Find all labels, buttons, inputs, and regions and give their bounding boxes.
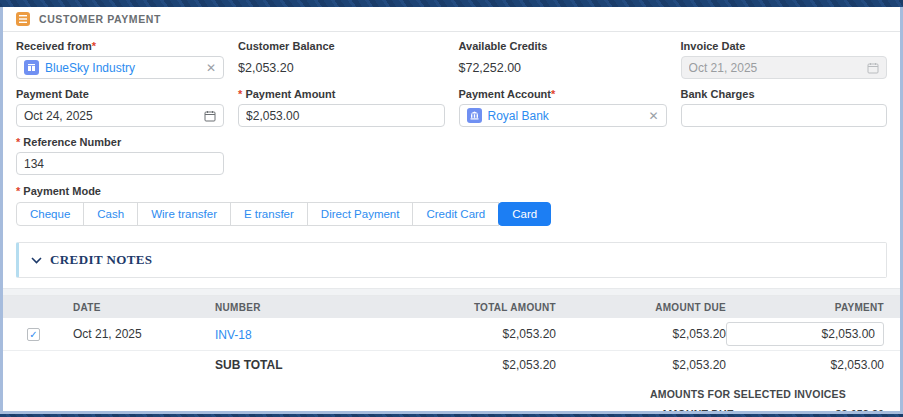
- payment-mode-direct-payment[interactable]: Direct Payment: [307, 202, 414, 226]
- invoice-link[interactable]: INV-18: [215, 328, 252, 342]
- col-payment: PAYMENT: [726, 302, 884, 313]
- row-date: Oct 21, 2025: [73, 327, 215, 341]
- row-payment-input[interactable]: [726, 322, 884, 346]
- invoice-date-value: [689, 61, 861, 75]
- received-from-value[interactable]: [45, 61, 200, 75]
- payment-amount-value[interactable]: [246, 109, 436, 123]
- summary-title: AMOUNTS FOR SELECTED INVOICES: [612, 388, 884, 400]
- payment-amount-label: Payment Amount: [238, 88, 444, 100]
- payment-mode-cheque[interactable]: Cheque: [16, 202, 84, 226]
- credit-notes-title: CREDIT NOTES: [50, 252, 152, 268]
- invoice-date-field: Invoice Date: [681, 40, 887, 79]
- invoice-date-input: [681, 56, 887, 79]
- bank-charges-input[interactable]: [681, 104, 887, 127]
- payment-mode-label: Payment Mode: [16, 185, 887, 197]
- customer-balance-field: Customer Balance $2,053.20: [238, 40, 444, 79]
- bank-icon: [467, 108, 482, 123]
- available-credits-value: $72,252.00: [459, 56, 667, 75]
- payment-amount-input[interactable]: [238, 104, 444, 127]
- subtotal-total: $2,053.20: [440, 358, 556, 372]
- payment-mode-e-transfer[interactable]: E transfer: [230, 202, 308, 226]
- calendar-icon: [867, 62, 879, 74]
- payment-date-field: Payment Date: [16, 88, 224, 127]
- received-from-label: Received from: [16, 40, 224, 52]
- chevron-down-icon[interactable]: [31, 257, 42, 264]
- col-number: NUMBER: [215, 302, 440, 313]
- col-total-amount: TOTAL AMOUNT: [440, 302, 556, 313]
- clear-payment-account-icon[interactable]: ✕: [649, 110, 659, 122]
- customer-balance-value: $2,053.20: [238, 56, 444, 75]
- col-date: DATE: [73, 302, 215, 313]
- row-due: $2,053.20: [556, 327, 726, 341]
- invoices-table: DATE NUMBER TOTAL AMOUNT AMOUNT DUE PAYM…: [3, 296, 900, 378]
- payment-mode-selector: Cheque Cash Wire transfer E transfer Dir…: [16, 202, 551, 226]
- summary-amount-due-label: AMOUNT DUE: [612, 408, 734, 414]
- payment-account-value[interactable]: [488, 109, 643, 123]
- reference-number-field: Reference Number: [16, 136, 224, 175]
- payment-amount-field: Payment Amount: [238, 88, 444, 127]
- reference-number-value[interactable]: [24, 157, 216, 171]
- available-credits-field: Available Credits $72,252.00: [459, 40, 667, 79]
- subtotal-label: SUB TOTAL: [215, 358, 440, 372]
- bank-charges-value[interactable]: [689, 109, 879, 123]
- summary-amount-due-row: AMOUNT DUE $2,053.20: [612, 408, 884, 414]
- received-from-input[interactable]: ✕: [16, 56, 224, 79]
- credit-notes-section[interactable]: CREDIT NOTES: [16, 242, 887, 278]
- customer-balance-label: Customer Balance: [238, 40, 444, 52]
- payment-mode-credit-card[interactable]: Credit Card: [412, 202, 499, 226]
- subtotal-row: SUB TOTAL $2,053.20 $2,053.20 $2,053.00: [3, 351, 900, 378]
- received-from-field: Received from ✕: [16, 40, 224, 79]
- available-credits-label: Available Credits: [459, 40, 667, 52]
- payment-account-input[interactable]: ✕: [459, 104, 667, 127]
- subtotal-payment: $2,053.00: [726, 358, 884, 372]
- clear-received-from-icon[interactable]: ✕: [206, 62, 216, 74]
- section-divider: [3, 288, 900, 296]
- payment-account-field: Payment Account ✕: [459, 88, 667, 127]
- summary-amount-due-value: $2,053.20: [734, 408, 884, 414]
- payment-mode-wire-transfer[interactable]: Wire transfer: [137, 202, 231, 226]
- summary-section: AMOUNTS FOR SELECTED INVOICES AMOUNT DUE…: [3, 378, 900, 414]
- building-icon: [24, 60, 39, 75]
- payment-doc-icon: [16, 12, 30, 26]
- bank-charges-label: Bank Charges: [681, 88, 887, 100]
- row-total: $2,053.20: [440, 327, 556, 341]
- reference-number-label: Reference Number: [16, 136, 224, 148]
- customer-payment-modal: CUSTOMER PAYMENT Received from ✕ Custome…: [0, 7, 903, 414]
- payment-date-label: Payment Date: [16, 88, 224, 100]
- payment-date-input[interactable]: [16, 104, 224, 127]
- payment-mode-card[interactable]: Card: [498, 202, 551, 226]
- col-amount-due: AMOUNT DUE: [556, 302, 726, 313]
- payment-mode-cash[interactable]: Cash: [83, 202, 138, 226]
- row-checkbox[interactable]: ✓: [27, 328, 40, 341]
- table-row: ✓ Oct 21, 2025 INV-18 $2,053.20 $2,053.2…: [3, 318, 900, 351]
- bank-charges-field: Bank Charges: [681, 88, 887, 127]
- modal-header: CUSTOMER PAYMENT: [3, 7, 900, 32]
- subtotal-due: $2,053.20: [556, 358, 726, 372]
- invoice-date-label: Invoice Date: [681, 40, 887, 52]
- payment-form: Received from ✕ Customer Balance $2,053.…: [3, 32, 900, 226]
- reference-number-input[interactable]: [16, 152, 224, 175]
- payment-date-value[interactable]: [24, 109, 198, 123]
- calendar-icon[interactable]: [204, 110, 216, 122]
- payment-account-label: Payment Account: [459, 88, 667, 100]
- page-title: CUSTOMER PAYMENT: [39, 13, 161, 25]
- table-header-row: DATE NUMBER TOTAL AMOUNT AMOUNT DUE PAYM…: [3, 296, 900, 318]
